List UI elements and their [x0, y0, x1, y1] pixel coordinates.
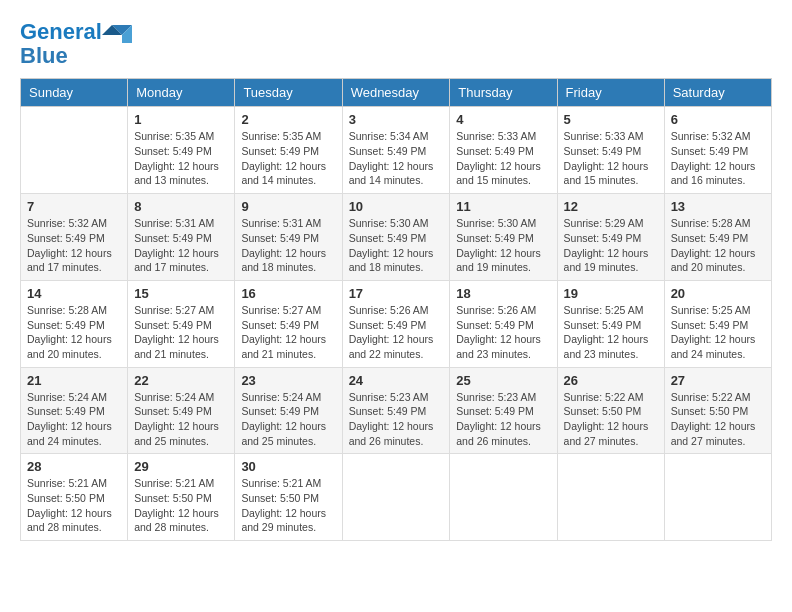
- calendar-cell: 21Sunrise: 5:24 AM Sunset: 5:49 PM Dayli…: [21, 367, 128, 454]
- calendar-cell: [557, 454, 664, 541]
- day-info: Sunrise: 5:29 AM Sunset: 5:49 PM Dayligh…: [564, 216, 658, 275]
- day-info: Sunrise: 5:25 AM Sunset: 5:49 PM Dayligh…: [671, 303, 765, 362]
- weekday-header-monday: Monday: [128, 79, 235, 107]
- weekday-header-thursday: Thursday: [450, 79, 557, 107]
- calendar-cell: 26Sunrise: 5:22 AM Sunset: 5:50 PM Dayli…: [557, 367, 664, 454]
- day-info: Sunrise: 5:22 AM Sunset: 5:50 PM Dayligh…: [564, 390, 658, 449]
- weekday-header-sunday: Sunday: [21, 79, 128, 107]
- day-info: Sunrise: 5:25 AM Sunset: 5:49 PM Dayligh…: [564, 303, 658, 362]
- calendar-cell: 19Sunrise: 5:25 AM Sunset: 5:49 PM Dayli…: [557, 280, 664, 367]
- day-number: 18: [456, 286, 550, 301]
- day-number: 3: [349, 112, 444, 127]
- day-number: 23: [241, 373, 335, 388]
- calendar-cell: 8Sunrise: 5:31 AM Sunset: 5:49 PM Daylig…: [128, 194, 235, 281]
- day-number: 22: [134, 373, 228, 388]
- day-info: Sunrise: 5:24 AM Sunset: 5:49 PM Dayligh…: [27, 390, 121, 449]
- calendar-cell: [450, 454, 557, 541]
- calendar-cell: 30Sunrise: 5:21 AM Sunset: 5:50 PM Dayli…: [235, 454, 342, 541]
- day-info: Sunrise: 5:26 AM Sunset: 5:49 PM Dayligh…: [349, 303, 444, 362]
- day-info: Sunrise: 5:23 AM Sunset: 5:49 PM Dayligh…: [349, 390, 444, 449]
- day-number: 29: [134, 459, 228, 474]
- calendar-week-4: 21Sunrise: 5:24 AM Sunset: 5:49 PM Dayli…: [21, 367, 772, 454]
- day-info: Sunrise: 5:24 AM Sunset: 5:49 PM Dayligh…: [134, 390, 228, 449]
- calendar-cell: [21, 107, 128, 194]
- calendar-cell: 11Sunrise: 5:30 AM Sunset: 5:49 PM Dayli…: [450, 194, 557, 281]
- day-number: 25: [456, 373, 550, 388]
- day-info: Sunrise: 5:33 AM Sunset: 5:49 PM Dayligh…: [564, 129, 658, 188]
- weekday-header-wednesday: Wednesday: [342, 79, 450, 107]
- day-info: Sunrise: 5:23 AM Sunset: 5:49 PM Dayligh…: [456, 390, 550, 449]
- day-number: 10: [349, 199, 444, 214]
- calendar-cell: 17Sunrise: 5:26 AM Sunset: 5:49 PM Dayli…: [342, 280, 450, 367]
- calendar-cell: 28Sunrise: 5:21 AM Sunset: 5:50 PM Dayli…: [21, 454, 128, 541]
- calendar-cell: 12Sunrise: 5:29 AM Sunset: 5:49 PM Dayli…: [557, 194, 664, 281]
- calendar-cell: 3Sunrise: 5:34 AM Sunset: 5:49 PM Daylig…: [342, 107, 450, 194]
- day-number: 7: [27, 199, 121, 214]
- calendar-cell: 5Sunrise: 5:33 AM Sunset: 5:49 PM Daylig…: [557, 107, 664, 194]
- calendar-cell: 24Sunrise: 5:23 AM Sunset: 5:49 PM Dayli…: [342, 367, 450, 454]
- day-number: 21: [27, 373, 121, 388]
- logo-general: General: [20, 19, 102, 44]
- calendar-cell: [664, 454, 771, 541]
- day-number: 14: [27, 286, 121, 301]
- day-info: Sunrise: 5:30 AM Sunset: 5:49 PM Dayligh…: [349, 216, 444, 275]
- weekday-header-friday: Friday: [557, 79, 664, 107]
- logo-blue: Blue: [20, 44, 68, 68]
- logo-icon: [102, 21, 132, 43]
- calendar-cell: 4Sunrise: 5:33 AM Sunset: 5:49 PM Daylig…: [450, 107, 557, 194]
- day-info: Sunrise: 5:35 AM Sunset: 5:49 PM Dayligh…: [241, 129, 335, 188]
- calendar-week-2: 7Sunrise: 5:32 AM Sunset: 5:49 PM Daylig…: [21, 194, 772, 281]
- calendar-cell: 23Sunrise: 5:24 AM Sunset: 5:49 PM Dayli…: [235, 367, 342, 454]
- page-header: General Blue: [20, 20, 772, 68]
- weekday-header-tuesday: Tuesday: [235, 79, 342, 107]
- day-number: 6: [671, 112, 765, 127]
- weekday-header-saturday: Saturday: [664, 79, 771, 107]
- calendar-cell: 13Sunrise: 5:28 AM Sunset: 5:49 PM Dayli…: [664, 194, 771, 281]
- weekday-header-row: SundayMondayTuesdayWednesdayThursdayFrid…: [21, 79, 772, 107]
- day-info: Sunrise: 5:24 AM Sunset: 5:49 PM Dayligh…: [241, 390, 335, 449]
- day-number: 16: [241, 286, 335, 301]
- calendar-cell: 18Sunrise: 5:26 AM Sunset: 5:49 PM Dayli…: [450, 280, 557, 367]
- day-info: Sunrise: 5:35 AM Sunset: 5:49 PM Dayligh…: [134, 129, 228, 188]
- calendar-cell: 7Sunrise: 5:32 AM Sunset: 5:49 PM Daylig…: [21, 194, 128, 281]
- calendar-cell: 1Sunrise: 5:35 AM Sunset: 5:49 PM Daylig…: [128, 107, 235, 194]
- day-info: Sunrise: 5:21 AM Sunset: 5:50 PM Dayligh…: [27, 476, 121, 535]
- day-number: 9: [241, 199, 335, 214]
- calendar-cell: 10Sunrise: 5:30 AM Sunset: 5:49 PM Dayli…: [342, 194, 450, 281]
- day-number: 20: [671, 286, 765, 301]
- calendar-cell: 9Sunrise: 5:31 AM Sunset: 5:49 PM Daylig…: [235, 194, 342, 281]
- day-number: 8: [134, 199, 228, 214]
- day-number: 2: [241, 112, 335, 127]
- day-info: Sunrise: 5:32 AM Sunset: 5:49 PM Dayligh…: [27, 216, 121, 275]
- calendar-week-3: 14Sunrise: 5:28 AM Sunset: 5:49 PM Dayli…: [21, 280, 772, 367]
- day-info: Sunrise: 5:31 AM Sunset: 5:49 PM Dayligh…: [241, 216, 335, 275]
- day-info: Sunrise: 5:27 AM Sunset: 5:49 PM Dayligh…: [241, 303, 335, 362]
- day-info: Sunrise: 5:32 AM Sunset: 5:49 PM Dayligh…: [671, 129, 765, 188]
- day-info: Sunrise: 5:31 AM Sunset: 5:49 PM Dayligh…: [134, 216, 228, 275]
- day-number: 5: [564, 112, 658, 127]
- calendar-cell: 27Sunrise: 5:22 AM Sunset: 5:50 PM Dayli…: [664, 367, 771, 454]
- calendar-cell: 2Sunrise: 5:35 AM Sunset: 5:49 PM Daylig…: [235, 107, 342, 194]
- day-number: 30: [241, 459, 335, 474]
- day-info: Sunrise: 5:21 AM Sunset: 5:50 PM Dayligh…: [134, 476, 228, 535]
- day-info: Sunrise: 5:26 AM Sunset: 5:49 PM Dayligh…: [456, 303, 550, 362]
- day-info: Sunrise: 5:22 AM Sunset: 5:50 PM Dayligh…: [671, 390, 765, 449]
- day-number: 24: [349, 373, 444, 388]
- calendar-table: SundayMondayTuesdayWednesdayThursdayFrid…: [20, 78, 772, 541]
- day-number: 17: [349, 286, 444, 301]
- day-number: 19: [564, 286, 658, 301]
- day-info: Sunrise: 5:27 AM Sunset: 5:49 PM Dayligh…: [134, 303, 228, 362]
- day-number: 27: [671, 373, 765, 388]
- day-number: 11: [456, 199, 550, 214]
- day-info: Sunrise: 5:30 AM Sunset: 5:49 PM Dayligh…: [456, 216, 550, 275]
- calendar-cell: 20Sunrise: 5:25 AM Sunset: 5:49 PM Dayli…: [664, 280, 771, 367]
- day-info: Sunrise: 5:28 AM Sunset: 5:49 PM Dayligh…: [27, 303, 121, 362]
- calendar-cell: 15Sunrise: 5:27 AM Sunset: 5:49 PM Dayli…: [128, 280, 235, 367]
- day-number: 13: [671, 199, 765, 214]
- calendar-body: 1Sunrise: 5:35 AM Sunset: 5:49 PM Daylig…: [21, 107, 772, 541]
- calendar-cell: 25Sunrise: 5:23 AM Sunset: 5:49 PM Dayli…: [450, 367, 557, 454]
- calendar-cell: [342, 454, 450, 541]
- logo: General Blue: [20, 20, 132, 68]
- day-info: Sunrise: 5:28 AM Sunset: 5:49 PM Dayligh…: [671, 216, 765, 275]
- day-number: 1: [134, 112, 228, 127]
